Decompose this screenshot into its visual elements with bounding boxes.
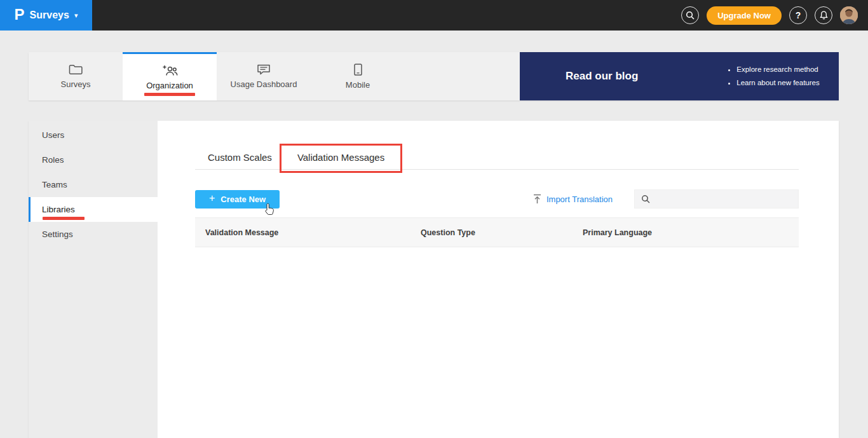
search-button[interactable]: [681, 6, 699, 24]
nav-tab-label: Organization: [146, 81, 193, 90]
tab-validation-messages[interactable]: Validation Messages: [285, 146, 397, 169]
sidebar-item-label: Settings: [42, 229, 73, 239]
search-input[interactable]: [655, 195, 792, 204]
promo-title: Read our blog: [566, 70, 638, 83]
mobile-icon: [354, 64, 362, 76]
help-button[interactable]: ?: [789, 6, 807, 24]
sidebar-item-teams[interactable]: Teams: [29, 172, 158, 197]
nav-tab-usage-dashboard[interactable]: Usage Dashboard: [217, 52, 311, 100]
annotation-underline-organization: [144, 93, 195, 96]
libraries-content: Custom Scales Validation Messages + Crea…: [158, 121, 839, 438]
promo-bullet-list: Explore research method Learn about new …: [736, 63, 819, 90]
sidebar-item-label: Roles: [42, 155, 64, 165]
toolbar: + Create New Import Translation: [195, 189, 799, 209]
search-box: [634, 189, 799, 209]
sidebar-item-settings[interactable]: Settings: [29, 222, 158, 247]
search-icon: [641, 195, 650, 203]
settings-sidebar: Users Roles Teams Libraries Settings: [29, 121, 158, 438]
nav-tab-surveys[interactable]: Surveys: [29, 52, 123, 100]
sidebar-item-label: Teams: [42, 180, 67, 189]
sidebar-item-users[interactable]: Users: [29, 123, 158, 147]
mouse-cursor: [265, 203, 275, 215]
nav-tab-mobile[interactable]: Mobile: [311, 52, 405, 100]
sidebar-item-roles[interactable]: Roles: [29, 147, 158, 172]
primary-nav: Surveys Organization Usage Dashboard Mob…: [29, 52, 839, 100]
search-icon: [686, 11, 695, 20]
create-new-label: Create New: [220, 195, 266, 204]
toolbar-right: Import Translation: [532, 189, 799, 209]
notifications-button[interactable]: [815, 6, 832, 24]
blog-promo-banner[interactable]: Read our blog Explore research method Le…: [520, 52, 839, 100]
topbar: P Surveys ▾ Upgrade Now ?: [0, 0, 868, 31]
import-translation-link[interactable]: Import Translation: [532, 194, 613, 204]
product-name: Surveys: [30, 10, 69, 21]
folder-icon: [69, 64, 83, 75]
content-tabs: Custom Scales Validation Messages: [195, 146, 799, 170]
comment-icon: [257, 64, 271, 75]
main-panel: Users Roles Teams Libraries Settings Cus…: [29, 121, 839, 438]
avatar[interactable]: [840, 6, 858, 24]
tab-label: Validation Messages: [297, 152, 384, 163]
upgrade-button[interactable]: Upgrade Now: [707, 6, 782, 25]
chevron-down-icon: ▾: [74, 11, 78, 20]
nav-tab-label: Mobile: [346, 80, 370, 90]
sidebar-item-label: Libraries: [42, 205, 75, 214]
plus-icon: +: [209, 193, 215, 204]
help-icon: ?: [796, 10, 801, 20]
column-header-primary-language: Primary Language: [573, 228, 799, 237]
promo-bullet: Explore research method: [736, 63, 819, 76]
column-header-validation-message: Validation Message: [195, 228, 410, 237]
nav-tab-organization[interactable]: Organization: [123, 52, 217, 100]
nav-tab-label: Usage Dashboard: [231, 79, 297, 89]
import-translation-label: Import Translation: [546, 195, 613, 204]
questionpro-logo: P: [15, 7, 25, 22]
nav-tab-label: Surveys: [61, 79, 91, 89]
table-header: Validation Message Question Type Primary…: [195, 217, 799, 247]
app-switcher[interactable]: P Surveys ▾: [0, 0, 92, 31]
column-header-question-type: Question Type: [410, 228, 573, 237]
topbar-actions: Upgrade Now ?: [681, 6, 868, 25]
promo-bullet: Learn about new features: [736, 76, 819, 90]
bell-icon: [820, 11, 828, 20]
add-people-icon: [162, 65, 178, 76]
sidebar-item-libraries[interactable]: Libraries: [29, 197, 158, 222]
import-icon: [532, 194, 542, 204]
tab-custom-scales[interactable]: Custom Scales: [195, 146, 285, 169]
annotation-underline-libraries: [43, 217, 85, 220]
sidebar-item-label: Users: [42, 130, 64, 140]
